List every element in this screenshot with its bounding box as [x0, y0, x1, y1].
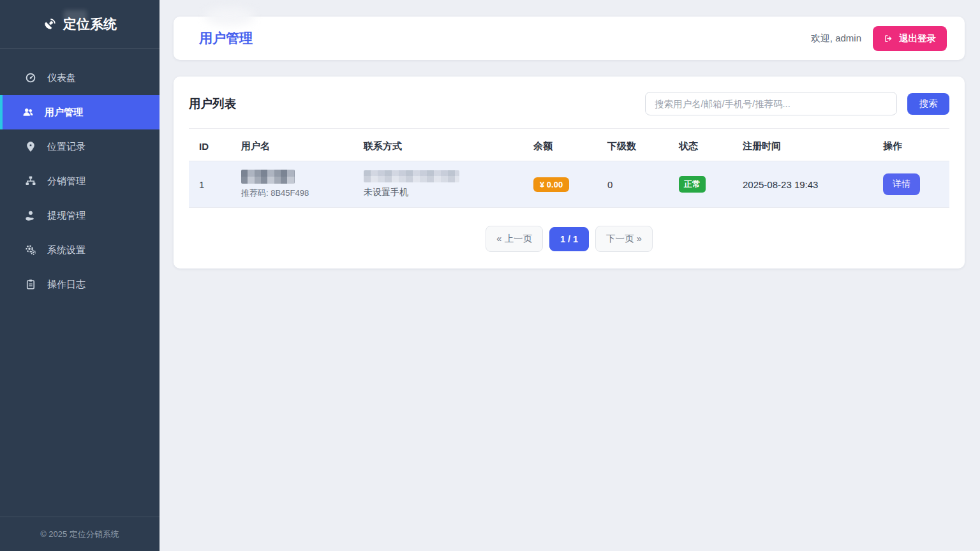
cell-status: 正常	[669, 161, 732, 208]
blur-artifact	[64, 10, 87, 21]
header-bar: 用户管理 欢迎, admin 退出登录	[174, 17, 965, 60]
sidebar-item-withdrawals[interactable]: 提现管理	[0, 198, 160, 233]
dashboard-icon	[24, 71, 37, 84]
sidebar-item-dashboard[interactable]: 仪表盘	[0, 61, 160, 95]
app-root: 定位系统 仪表盘 用户管理 位置记录 分销管理 提现管理	[0, 0, 980, 551]
cell-username: 推荐码: 8B45F498	[231, 161, 353, 208]
cell-actions: 详情	[873, 161, 949, 208]
cell-contact: 未设置手机	[353, 161, 523, 208]
logout-label: 退出登录	[899, 33, 936, 45]
brand: 定位系统	[0, 0, 160, 49]
divider	[189, 128, 949, 129]
col-header-subordinates: 下级数	[597, 130, 669, 161]
cell-balance: ¥ 0.00	[523, 161, 597, 208]
panel-head: 用户列表 搜索	[189, 92, 949, 115]
detail-button[interactable]: 详情	[883, 173, 920, 195]
users-table: ID 用户名 联系方式 余额 下级数 状态 注册时间 操作 1	[189, 130, 949, 208]
page-title: 用户管理	[199, 29, 253, 47]
copyright-text: © 2025 定位分销系统	[40, 529, 119, 540]
hand-holding-money-icon	[24, 209, 37, 222]
sidebar-item-label: 操作日志	[47, 279, 85, 291]
col-header-actions: 操作	[873, 130, 949, 161]
sitemap-icon	[24, 175, 37, 187]
blur-artifact	[204, 8, 255, 26]
sidebar-item-label: 系统设置	[47, 244, 85, 256]
col-header-id: ID	[189, 130, 231, 161]
table-row: 1 推荐码: 8B45F498 未设置手机 ¥ 0.00 0	[189, 161, 949, 208]
search-button[interactable]: 搜索	[907, 93, 949, 115]
map-marker-icon	[24, 140, 37, 153]
col-header-balance: 余额	[523, 130, 597, 161]
sidebar-item-label: 用户管理	[45, 107, 83, 119]
censored-username	[241, 170, 295, 184]
cell-id: 1	[189, 161, 231, 208]
sign-out-icon	[884, 34, 893, 43]
header-actions: 欢迎, admin 退出登录	[811, 26, 947, 51]
sidebar-item-users[interactable]: 用户管理	[0, 95, 160, 129]
censored-contact	[364, 170, 459, 182]
logout-button[interactable]: 退出登录	[873, 26, 947, 51]
next-page-button[interactable]: 下一页 »	[595, 226, 653, 252]
panel-title: 用户列表	[189, 96, 236, 112]
user-list-panel: 用户列表 搜索 ID 用户名 联系方式 余额	[174, 77, 965, 268]
cell-registered: 2025-08-23 19:43	[732, 161, 873, 208]
col-header-contact: 联系方式	[353, 130, 523, 161]
main-content: 用户管理 欢迎, admin 退出登录 用户列表 搜索	[160, 0, 980, 551]
status-badge: 正常	[679, 176, 706, 193]
search-input[interactable]	[645, 92, 897, 115]
sidebar-item-logs[interactable]: 操作日志	[0, 267, 160, 302]
clipboard-list-icon	[24, 278, 37, 291]
table-header-row: ID 用户名 联系方式 余额 下级数 状态 注册时间 操作	[189, 130, 949, 161]
col-header-status: 状态	[669, 130, 732, 161]
gears-icon	[24, 244, 37, 256]
sidebar-item-label: 仪表盘	[47, 72, 76, 84]
sidebar-footer: © 2025 定位分销系统	[0, 517, 160, 551]
pagination: « 上一页 1 / 1 下一页 »	[189, 226, 949, 252]
sidebar: 定位系统 仪表盘 用户管理 位置记录 分销管理 提现管理	[0, 0, 160, 551]
current-page-button[interactable]: 1 / 1	[549, 227, 589, 251]
sidebar-item-distribution[interactable]: 分销管理	[0, 164, 160, 198]
users-icon	[22, 106, 34, 119]
cell-subordinates: 0	[597, 161, 669, 208]
col-header-username: 用户名	[231, 130, 353, 161]
sidebar-item-label: 分销管理	[47, 175, 85, 187]
satellite-dish-icon	[43, 17, 57, 31]
search-area: 搜索	[645, 92, 949, 115]
prev-page-button[interactable]: « 上一页	[486, 226, 543, 252]
sidebar-item-settings[interactable]: 系统设置	[0, 233, 160, 267]
referral-code: 推荐码: 8B45F498	[241, 187, 353, 199]
welcome-text: 欢迎, admin	[811, 33, 861, 45]
sidebar-menu: 仪表盘 用户管理 位置记录 分销管理 提现管理 系统设置	[0, 49, 160, 302]
col-header-registered: 注册时间	[732, 130, 873, 161]
sidebar-item-label: 提现管理	[47, 210, 85, 222]
sidebar-item-label: 位置记录	[47, 141, 85, 153]
sidebar-item-locations[interactable]: 位置记录	[0, 129, 160, 164]
balance-badge: ¥ 0.00	[533, 177, 569, 192]
phone-note: 未设置手机	[364, 187, 523, 198]
